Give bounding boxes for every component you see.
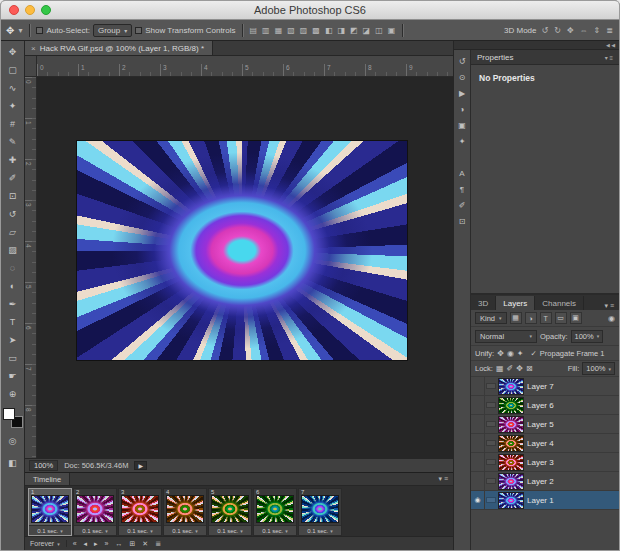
layer-name[interactable]: Layer 5: [527, 420, 554, 429]
character-panel-icon[interactable]: A: [455, 166, 470, 180]
styles-panel-icon[interactable]: ✦: [455, 134, 470, 148]
shape-tool[interactable]: ▭: [2, 349, 24, 367]
checkbox-box[interactable]: [36, 27, 43, 34]
show-transform-checkbox[interactable]: Show Transform Controls: [135, 26, 235, 35]
checkbox-box[interactable]: [135, 27, 142, 34]
frame-delay-dropdown[interactable]: 0.1 sec.▾: [254, 525, 296, 535]
frame-delay-dropdown[interactable]: 0.1 sec.▾: [209, 525, 251, 535]
paragraph-panel-icon[interactable]: ¶: [455, 182, 470, 196]
layer-thumbnail[interactable]: [499, 493, 523, 508]
opacity-dropdown[interactable]: 100%▾: [571, 330, 604, 343]
gradient-tool[interactable]: ▨: [2, 241, 24, 259]
frame-thumbnail[interactable]: [167, 496, 203, 522]
eyedropper-tool[interactable]: ✎: [2, 133, 24, 151]
distribute-horizontal-centers-icon[interactable]: ◫: [374, 25, 384, 36]
panel-tab[interactable]: Layers: [496, 296, 535, 310]
collapse-panels-button[interactable]: ◀ ◀: [606, 42, 615, 48]
align-vertical-centers-icon[interactable]: ▥: [261, 25, 271, 36]
layer-thumbnail[interactable]: [499, 398, 523, 413]
filter-pixel-layers-icon[interactable]: ▦: [510, 312, 522, 324]
distribute-vertical-centers-icon[interactable]: ◨: [336, 25, 346, 36]
pen-tool[interactable]: ✒: [2, 295, 24, 313]
lock-image-icon[interactable]: ✐: [507, 364, 514, 373]
frame-thumbnail[interactable]: [122, 496, 158, 522]
layer-thumbnail[interactable]: [499, 436, 523, 451]
minimize-window-button[interactable]: [25, 5, 35, 15]
healing-brush-tool[interactable]: ✚: [2, 151, 24, 169]
delete-frame-button[interactable]: ✕: [141, 540, 149, 548]
layer-row[interactable]: Layer 6: [471, 396, 619, 415]
animation-frame[interactable]: 5 0.1 sec.▾: [208, 488, 252, 536]
layer-thumbnail[interactable]: [499, 417, 523, 432]
lock-transparency-icon[interactable]: ▦: [496, 364, 504, 373]
animation-frame[interactable]: 4 0.1 sec.▾: [163, 488, 207, 536]
frame-thumbnail[interactable]: [212, 496, 248, 522]
masks-panel-icon[interactable]: ▣: [455, 118, 470, 132]
layer-visibility-toggle[interactable]: [471, 453, 485, 471]
filter-adjustment-layers-icon[interactable]: ◑: [525, 312, 537, 324]
frame-thumbnail[interactable]: [257, 496, 293, 522]
titlebar[interactable]: Adobe Photoshop CS6: [1, 1, 619, 20]
ruler-corner[interactable]: [25, 56, 37, 77]
layer-thumbnail[interactable]: [499, 474, 523, 489]
layer-row[interactable]: Layer 4: [471, 434, 619, 453]
frame-thumbnail[interactable]: [77, 496, 113, 522]
auto-select-group-dropdown[interactable]: Group▾: [93, 24, 132, 37]
frame-delay-dropdown[interactable]: 0.1 sec.▾: [119, 525, 161, 535]
hand-tool[interactable]: ☛: [2, 367, 24, 385]
unify-style-icon[interactable]: ✦: [517, 349, 524, 358]
unify-visibility-icon[interactable]: ◉: [507, 349, 514, 358]
blur-tool[interactable]: ◌: [2, 259, 24, 277]
clone-source-panel-icon[interactable]: ⊡: [455, 214, 470, 228]
foreground-color-swatch[interactable]: [3, 408, 15, 420]
tool-preset-arrow-icon[interactable]: ▾: [17, 25, 23, 36]
layer-visibility-toggle[interactable]: ◉: [471, 491, 485, 509]
layer-visibility-toggle[interactable]: [471, 434, 485, 452]
layer-visibility-toggle[interactable]: [471, 472, 485, 490]
3d-roll-icon[interactable]: ↻: [553, 25, 562, 36]
brush-panel-icon[interactable]: ✐: [455, 198, 470, 212]
filter-shape-layers-icon[interactable]: ▭: [555, 312, 567, 324]
layer-name[interactable]: Layer 7: [527, 382, 554, 391]
filter-smart-objects-icon[interactable]: ▣: [570, 312, 582, 324]
layer-thumbnail[interactable]: [499, 379, 523, 394]
animation-frame[interactable]: 1 0.1 sec.▾: [28, 488, 72, 536]
quick-selection-tool[interactable]: ✦: [2, 97, 24, 115]
align-right-edges-icon[interactable]: ▩: [311, 25, 321, 36]
history-brush-tool[interactable]: ↺: [2, 205, 24, 223]
timeline-tab[interactable]: Timeline: [25, 473, 70, 485]
lasso-tool[interactable]: ∿: [2, 79, 24, 97]
layer-name[interactable]: Layer 2: [527, 477, 554, 486]
move-tool[interactable]: ✥: [2, 43, 24, 61]
frame-delay-dropdown[interactable]: 0.1 sec.▾: [74, 525, 116, 535]
animation-frame[interactable]: 6 0.1 sec.▾: [253, 488, 297, 536]
3d-drag-icon[interactable]: ✥: [566, 25, 575, 36]
panel-tab[interactable]: 3D: [471, 296, 496, 310]
dodge-tool[interactable]: ◐: [2, 277, 24, 295]
animation-frame[interactable]: 2 0.1 sec.▾: [73, 488, 117, 536]
convert-timeline-button[interactable]: ≣: [154, 540, 162, 548]
layer-row[interactable]: Layer 3: [471, 453, 619, 472]
document-tab[interactable]: × Hack RVA Gif.psd @ 100% (Layer 1, RGB/…: [25, 41, 213, 55]
layer-name[interactable]: Layer 4: [527, 439, 554, 448]
panel-tab[interactable]: Channels: [535, 296, 584, 310]
filter-toggle-icon[interactable]: ◉: [608, 314, 615, 323]
properties-panel-title[interactable]: Properties: [477, 53, 513, 62]
path-selection-tool[interactable]: ➤: [2, 331, 24, 349]
horizontal-ruler[interactable]: 0123456789: [37, 56, 453, 77]
distribute-right-edges-icon[interactable]: ▣: [387, 25, 397, 36]
previous-frame-button[interactable]: ◂: [83, 540, 89, 548]
blend-mode-dropdown[interactable]: Normal▾: [475, 330, 537, 343]
marquee-tool[interactable]: ▢: [2, 61, 24, 79]
lock-position-icon[interactable]: ✥: [516, 364, 523, 373]
frame-delay-dropdown[interactable]: 0.1 sec.▾: [164, 525, 206, 535]
align-horizontal-centers-icon[interactable]: ▨: [299, 25, 309, 36]
propagate-checkbox[interactable]: ✓: [531, 349, 537, 358]
close-window-button[interactable]: [9, 5, 19, 15]
layer-visibility-toggle[interactable]: [471, 415, 485, 433]
canvas-background[interactable]: [37, 77, 453, 458]
panel-menu-icon[interactable]: ▾ ≡: [604, 302, 619, 310]
layer-name[interactable]: Layer 6: [527, 401, 554, 410]
zoom-window-button[interactable]: [41, 5, 51, 15]
next-frame-button[interactable]: »: [104, 540, 110, 547]
